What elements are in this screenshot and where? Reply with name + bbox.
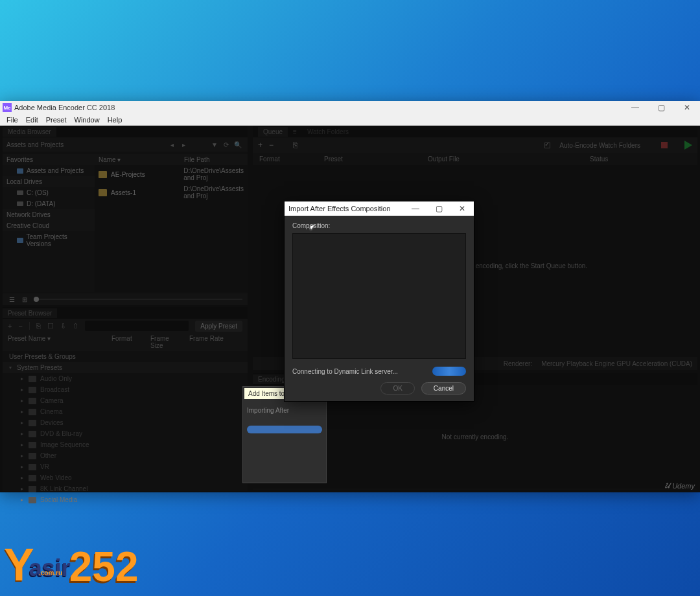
auto-encode-checkbox[interactable]: [544, 143, 550, 148]
dup-preset-icon[interactable]: ⎘: [36, 322, 41, 330]
menu-file[interactable]: File: [3, 116, 22, 124]
menu-edit[interactable]: Edit: [22, 116, 42, 124]
queue-remove-icon[interactable]: −: [269, 141, 274, 150]
titlebar: Me Adobe Media Encoder CC 2018 — ▢ ✕: [0, 101, 700, 114]
tab-preset-browser[interactable]: Preset Browser: [3, 308, 57, 318]
menu-preset[interactable]: Preset: [42, 116, 71, 124]
menu-window[interactable]: Window: [71, 116, 104, 124]
stop-queue-icon[interactable]: [661, 142, 668, 148]
folder-icon: [99, 189, 107, 196]
col-output[interactable]: Output File: [421, 155, 583, 163]
dialog-minimize-button[interactable]: —: [404, 204, 427, 213]
minimize-button[interactable]: —: [622, 103, 648, 112]
renderer-value[interactable]: Mercury Playback Engine GPU Acceleration…: [541, 360, 692, 367]
preset-group-item[interactable]: ▸DVD & Blu-ray: [3, 428, 248, 439]
col-name[interactable]: Name ▾: [95, 154, 180, 165]
view-list-icon[interactable]: ☰: [8, 296, 16, 303]
view-grid-icon[interactable]: ⊞: [21, 296, 29, 303]
dialog-titlebar[interactable]: Import After Effects Composition — ▢ ✕: [285, 201, 474, 216]
preset-group-item[interactable]: ▸Camera: [3, 395, 248, 406]
col-path[interactable]: File Path: [180, 154, 248, 165]
composition-listbox[interactable]: [292, 233, 466, 359]
tree-group-cc[interactable]: Creative Cloud: [3, 220, 95, 231]
category-icon: [29, 486, 36, 492]
preset-group-item[interactable]: ▸Other: [3, 450, 248, 461]
app-title: Adobe Media Encoder CC 2018: [14, 104, 115, 111]
apply-preset-button[interactable]: Apply Preset: [195, 321, 242, 332]
tab-queue[interactable]: Queue: [258, 127, 288, 137]
category-icon: [29, 453, 36, 459]
col-format[interactable]: Format: [253, 155, 318, 163]
tree-group-local[interactable]: Local Drives: [3, 176, 95, 187]
category-icon: [29, 398, 36, 404]
col-frame-rate[interactable]: Frame Rate: [184, 333, 248, 351]
filter-icon[interactable]: ▼: [209, 141, 220, 148]
disk-icon: [17, 190, 23, 195]
preset-group-item[interactable]: ▸Broadcast: [3, 384, 248, 395]
preset-group-item[interactable]: ▸Audio Only: [3, 373, 248, 384]
preset-group-system[interactable]: ▾System Presets: [3, 362, 248, 373]
export-preset-icon[interactable]: ⇧: [73, 322, 78, 330]
breadcrumb: Assets and Projects: [6, 141, 64, 148]
queue-add-icon[interactable]: +: [258, 141, 262, 150]
start-queue-icon[interactable]: [684, 141, 692, 150]
preset-group-item[interactable]: ▸Web Video: [3, 472, 248, 483]
tree-item-team[interactable]: Team Projects Versions: [3, 231, 95, 249]
popup-progress-bar: [247, 426, 322, 433]
cancel-button[interactable]: Cancel: [421, 382, 466, 395]
add-preset-icon[interactable]: +: [8, 322, 12, 330]
preset-group-item[interactable]: ▸Image Sequence: [3, 439, 248, 450]
tree-group-network[interactable]: Network Drives: [3, 209, 95, 220]
file-name: Assets-1: [111, 189, 183, 196]
disk-icon: [17, 201, 23, 206]
category-icon: [29, 420, 36, 426]
new-group-icon[interactable]: ☐: [47, 322, 54, 330]
category-icon: [29, 376, 36, 382]
preset-group-item[interactable]: ▸Cinema: [3, 406, 248, 417]
dialog-maximize-button[interactable]: ▢: [427, 204, 450, 213]
preset-group-item[interactable]: ▸VR: [3, 461, 248, 472]
folder-icon: [99, 171, 107, 178]
category-icon: [29, 464, 36, 470]
folder-icon: [17, 238, 23, 243]
tree-item-fav[interactable]: Assets and Projects: [3, 165, 95, 176]
col-preset[interactable]: Preset: [318, 155, 421, 163]
queue-dup-icon[interactable]: ⎘: [293, 141, 298, 150]
tree-item-drive-c[interactable]: C: (OS): [3, 187, 95, 198]
file-row[interactable]: Assets-1 D:\OneDrive\Assests and Proj: [95, 183, 248, 201]
col-preset-name[interactable]: Preset Name ▾: [3, 333, 106, 351]
search-icon[interactable]: 🔍: [232, 141, 244, 148]
remove-preset-icon[interactable]: −: [18, 322, 22, 330]
preset-group-item[interactable]: ▸8K Link Channel: [3, 483, 248, 494]
ok-button[interactable]: OK: [380, 382, 414, 395]
tree-item-drive-d[interactable]: D: (DATA): [3, 198, 95, 209]
close-button[interactable]: ✕: [674, 103, 700, 112]
col-status[interactable]: Status: [583, 155, 697, 163]
menu-help[interactable]: Help: [104, 116, 126, 124]
dialog-close-button[interactable]: ✕: [450, 204, 474, 213]
preset-search-input[interactable]: [85, 321, 189, 331]
file-list: Name ▾ File Path AE-Projects D:\OneDrive…: [95, 154, 248, 292]
renderer-label: Renderer:: [504, 360, 532, 367]
tab-watch-folders[interactable]: Watch Folders: [302, 127, 354, 137]
maximize-button[interactable]: ▢: [648, 103, 674, 112]
preset-group-item[interactable]: ▸Social Media: [3, 494, 248, 505]
app-icon: Me: [3, 103, 12, 112]
preset-group-item[interactable]: ▸Devices: [3, 417, 248, 428]
refresh-icon[interactable]: ⟳: [220, 141, 232, 148]
encoding-idle-label: Not currently encoding.: [442, 433, 509, 441]
thumb-size-slider[interactable]: [34, 299, 242, 300]
tab-media-browser[interactable]: Media Browser: [3, 127, 56, 137]
file-row[interactable]: AE-Projects D:\OneDrive\Assests and Proj: [95, 165, 248, 183]
tree-group-favorites[interactable]: Favorites: [3, 154, 95, 165]
col-format[interactable]: Format: [106, 333, 145, 351]
preset-group-user[interactable]: User Presets & Groups: [3, 351, 248, 362]
import-preset-icon[interactable]: ⇩: [60, 322, 66, 330]
nav-fwd-icon[interactable]: ▸: [178, 141, 189, 148]
col-frame-size[interactable]: Frame Size: [145, 333, 184, 351]
category-icon: [29, 387, 36, 393]
dialog-status-text: Connecting to Dynamic Link server...: [292, 368, 427, 375]
nav-back-icon[interactable]: ◂: [166, 141, 178, 148]
media-browser-footer: ☰ ⊞: [3, 293, 248, 305]
preset-columns: Preset Name ▾ Format Frame Size Frame Ra…: [3, 333, 248, 351]
